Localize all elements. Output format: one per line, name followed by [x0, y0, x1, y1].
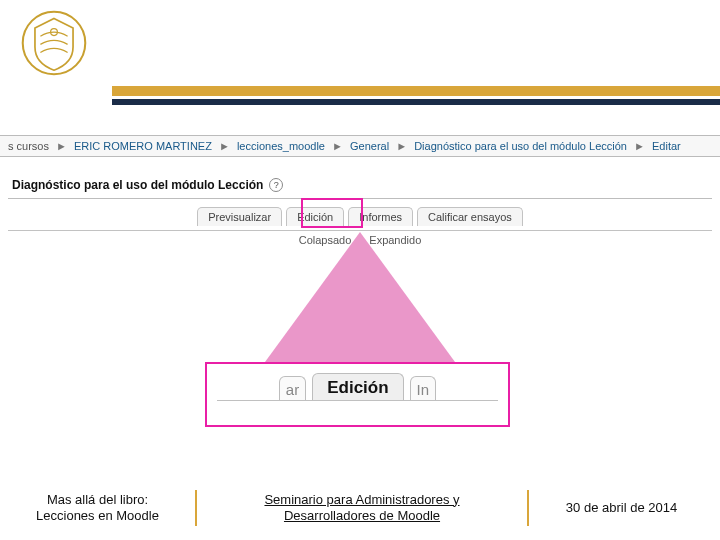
crumb-5[interactable]: Editar [652, 140, 681, 152]
crumb-sep: ► [332, 140, 343, 152]
footer: Mas allá del libro: Lecciones en Moodle … [0, 488, 720, 529]
footer-mid-line2: Desarrolladores de Moodle [211, 508, 513, 524]
crumb-2[interactable]: lecciones_moodle [237, 140, 325, 152]
subtab-colapsado[interactable]: Colapsado [299, 234, 352, 246]
footer-left-line1: Mas allá del libro: [14, 492, 181, 508]
crumb-sep: ► [56, 140, 67, 152]
crumb-1[interactable]: ERIC ROMERO MARTINEZ [74, 140, 212, 152]
callout-box-bottom: ar Edición In [205, 362, 510, 427]
crumb-sep: ► [396, 140, 407, 152]
tab-previsualizar[interactable]: Previsualizar [197, 207, 282, 226]
svg-point-0 [23, 12, 86, 75]
zoom-tab-edicion[interactable]: Edición [312, 373, 403, 400]
crumb-sep: ► [219, 140, 230, 152]
zoom-next-fragment: In [410, 376, 437, 400]
zoom-prev-fragment: ar [279, 376, 306, 400]
header-area [0, 5, 720, 93]
crumb-3[interactable]: General [350, 140, 389, 152]
tabs-row: Previsualizar Edición Informes Calificar… [8, 205, 712, 230]
crumb-sep: ► [634, 140, 645, 152]
tab-informes[interactable]: Informes [348, 207, 413, 226]
footer-date: 30 de abril de 2014 [543, 500, 700, 516]
subtab-expandido[interactable]: Expandido [369, 234, 421, 246]
zoom-divider [217, 400, 498, 401]
tab-calificar-ensayos[interactable]: Calificar ensayos [417, 207, 523, 226]
callout-triangle [265, 232, 455, 362]
breadcrumb: s cursos ► ERIC ROMERO MARTINEZ ► leccio… [0, 135, 720, 157]
footer-mid-line1: Seminario para Administradores y [211, 492, 513, 508]
shield-icon [20, 9, 88, 77]
unam-logo [18, 7, 90, 79]
footer-left-line2: Lecciones en Moodle [14, 508, 181, 524]
crumb-0: s cursos [8, 140, 49, 152]
gold-bar [112, 86, 720, 96]
help-icon[interactable]: ? [269, 178, 283, 192]
crumb-4[interactable]: Diagnóstico para el uso del módulo Lecci… [414, 140, 627, 152]
navy-bar [112, 99, 720, 105]
divider [8, 198, 712, 199]
tab-edicion[interactable]: Edición [286, 207, 344, 226]
brand-bars [0, 83, 720, 107]
page-title: Diagnóstico para el uso del módulo Lecci… [12, 178, 263, 192]
subtabs-row: Colapsado Expandido [8, 230, 712, 246]
